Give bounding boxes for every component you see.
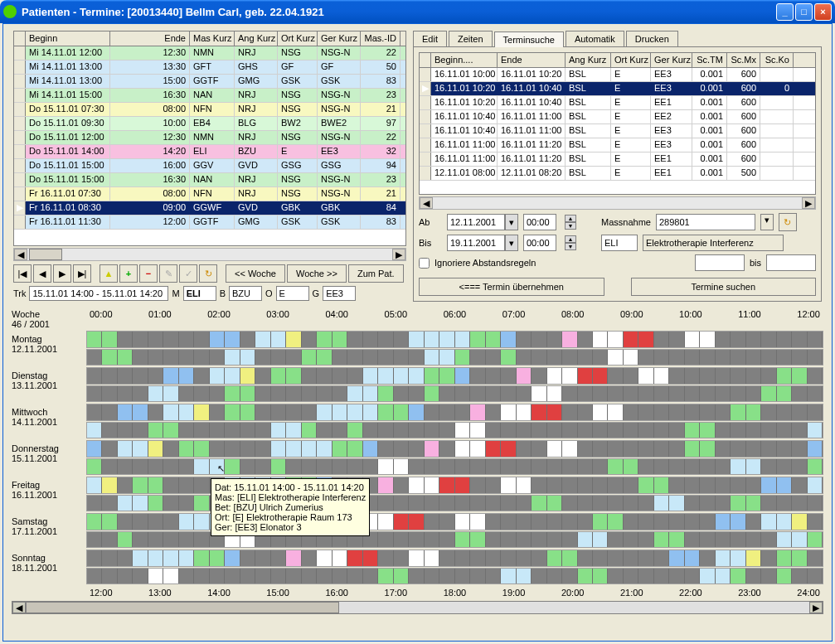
timeline-bar[interactable]: [86, 513, 823, 530]
column-header[interactable]: Ger Kurz: [651, 53, 692, 67]
table-row[interactable]: Do 15.11.01 14:0014:20ELIBZUEEE332: [14, 145, 405, 159]
timeline-bar[interactable]: [86, 349, 823, 366]
minimize-button[interactable]: _: [776, 3, 794, 21]
scroll-thumb[interactable]: [26, 602, 339, 613]
column-header[interactable]: Beginn....: [431, 53, 498, 67]
column-header[interactable]: Sc.TM: [692, 53, 727, 67]
refresh-button[interactable]: ↻: [199, 264, 217, 283]
table-row[interactable]: Mi 14.11.01 13:0013:30GFTGHSGFGF50: [14, 61, 405, 75]
timeline-bar[interactable]: [86, 367, 823, 385]
timeline-bar[interactable]: [86, 550, 823, 567]
trk-o-input[interactable]: [276, 286, 309, 301]
timeline-bar[interactable]: [86, 568, 823, 585]
left-grid-hscroll[interactable]: ◀ ▶: [13, 248, 406, 261]
dropdown-icon[interactable]: ▾: [505, 235, 518, 251]
table-row[interactable]: Do 15.11.01 12:0012:30NMNNRJNSGNSG-N22: [14, 131, 405, 145]
add-button[interactable]: +: [119, 264, 138, 283]
marker-yellow-button[interactable]: ▲: [100, 264, 118, 283]
ab-date-input[interactable]: [447, 214, 505, 230]
tab-automatik[interactable]: Automatik: [566, 31, 624, 46]
termine-suchen-button[interactable]: Termine suchen: [631, 278, 817, 296]
table-row[interactable]: Do 15.11.01 15:0016:30NANNRJNSGNSG-N23: [14, 173, 405, 187]
trk-range-input[interactable]: [29, 286, 168, 301]
nav-next-button[interactable]: ▶: [53, 264, 71, 283]
column-header[interactable]: Ort Kurz: [278, 31, 318, 46]
spin-up-icon[interactable]: ▲: [565, 235, 576, 243]
close-button[interactable]: ×: [814, 3, 832, 21]
column-header[interactable]: Ang Kurz: [235, 31, 278, 46]
scroll-left-icon[interactable]: ◀: [14, 249, 27, 260]
nav-prev-button[interactable]: ◀: [33, 264, 51, 283]
bis-date-input[interactable]: [447, 235, 505, 251]
table-row[interactable]: Do 15.11.01 07:3008:00NFNNRJNSGNSG-N21: [14, 103, 405, 117]
refresh-icon[interactable]: ↻: [779, 213, 797, 231]
table-row[interactable]: 16.11.01 10:0016.11.01 10:20BSLEEE30.001…: [420, 68, 815, 82]
column-header[interactable]: Mas Kurz: [190, 31, 235, 46]
column-header[interactable]: Ende: [110, 31, 190, 46]
ignore-checkbox[interactable]: [419, 258, 430, 269]
table-row[interactable]: Do 15.11.01 15:0016:00GGVGVDGSGGSG94: [14, 159, 405, 173]
week-prev-button[interactable]: << Woche: [226, 264, 285, 283]
range-to-input[interactable]: [766, 254, 816, 271]
scroll-thumb[interactable]: [29, 249, 62, 260]
scroll-right-icon[interactable]: ▶: [802, 197, 815, 209]
column-header[interactable]: Ort Kurz: [611, 53, 651, 67]
massnahme-input[interactable]: [656, 214, 755, 230]
table-row[interactable]: 16.11.01 11:0016.11.01 11:20BSLEEE10.001…: [420, 153, 815, 167]
nav-last-button[interactable]: ▶|: [73, 264, 91, 283]
table-row[interactable]: ▶Fr 16.11.01 08:3009:00GGWFGVDGBKGBK84: [14, 201, 405, 215]
table-row[interactable]: 16.11.01 10:4016.11.01 11:00BSLEEE30.001…: [420, 124, 815, 138]
table-row[interactable]: 16.11.01 10:4016.11.01 11:00BSLEEE20.001…: [420, 110, 815, 124]
delete-button[interactable]: −: [139, 264, 158, 283]
timeline-hscroll[interactable]: ◀ ▶: [12, 601, 823, 614]
timeline-bar[interactable]: [86, 495, 823, 512]
scroll-right-icon[interactable]: ▶: [809, 602, 823, 613]
table-row[interactable]: 16.11.01 10:2016.11.01 10:40BSLEEE10.001…: [420, 96, 815, 110]
table-row[interactable]: Mi 14.11.01 12:0012:30NMNNRJNSGNSG-N22: [14, 46, 405, 61]
trk-b-input[interactable]: [229, 286, 262, 301]
spin-down-icon[interactable]: ▼: [565, 222, 576, 230]
maximize-button[interactable]: □: [795, 3, 813, 21]
table-row[interactable]: Do 15.11.01 09:3010:00EB4BLGBW2BWE297: [14, 117, 405, 131]
search-results-grid[interactable]: Beginn....EndeAng KurzOrt KurzGer KurzSc…: [419, 52, 816, 195]
tab-zeiten[interactable]: Zeiten: [449, 31, 493, 46]
ab-time-input[interactable]: [523, 214, 556, 230]
column-header[interactable]: Ger Kurz: [318, 31, 361, 46]
column-header[interactable]: Mas.-ID: [361, 31, 401, 46]
edit-button[interactable]: ✎: [159, 264, 177, 283]
scroll-left-icon[interactable]: ◀: [12, 602, 26, 613]
dropdown-icon[interactable]: ▾: [760, 214, 774, 230]
timeline-bar[interactable]: [86, 477, 823, 494]
timeline-bar[interactable]: [86, 531, 823, 549]
table-row[interactable]: Mi 14.11.01 13:0015:00GGTFGMGGSKGSK83: [14, 75, 405, 89]
column-header[interactable]: Beginn: [26, 31, 110, 46]
column-header[interactable]: Ang Kurz: [566, 53, 611, 67]
spin-up-icon[interactable]: ▲: [565, 215, 576, 222]
tab-terminsuche[interactable]: Terminsuche: [494, 31, 564, 47]
tab-drucken[interactable]: Drucken: [626, 31, 678, 46]
timeline-bar[interactable]: [86, 385, 823, 403]
timeline-bar[interactable]: [86, 331, 823, 348]
table-row[interactable]: Fr 16.11.01 11:3012:00GGTFGMGGSKGSK83: [14, 215, 405, 230]
timeline-bar[interactable]: [86, 422, 823, 439]
timeline-bar[interactable]: [86, 458, 823, 476]
scroll-right-icon[interactable]: ▶: [392, 249, 405, 260]
week-next-button[interactable]: Woche >>: [287, 264, 347, 283]
zum-patient-button[interactable]: Zum Pat.: [348, 264, 404, 283]
table-row[interactable]: Mi 14.11.01 15:0016:30NANNRJNSGNSG-N23: [14, 89, 405, 103]
confirm-button[interactable]: ✓: [179, 264, 197, 283]
bis-time-input[interactable]: [523, 235, 556, 251]
timeline-bar[interactable]: [86, 440, 823, 458]
timeline-bar[interactable]: [86, 404, 823, 421]
table-row[interactable]: 16.11.01 11:0016.11.01 11:20BSLEEE30.001…: [420, 138, 815, 153]
range-from-input[interactable]: [695, 254, 745, 271]
eli-input[interactable]: [601, 235, 638, 251]
trk-m-input[interactable]: [183, 286, 216, 301]
column-header[interactable]: Sc.Mx: [727, 53, 760, 67]
trk-g-input[interactable]: [323, 286, 356, 301]
column-header[interactable]: Ende: [498, 53, 566, 67]
spin-down-icon[interactable]: ▼: [565, 243, 576, 250]
right-grid-hscroll[interactable]: ◀ ▶: [419, 196, 816, 210]
appointments-grid[interactable]: BeginnEndeMas KurzAng KurzOrt KurzGer Ku…: [13, 31, 406, 246]
table-row[interactable]: Fr 16.11.01 07:3008:00NFNNRJNSGNSG-N21: [14, 187, 405, 201]
